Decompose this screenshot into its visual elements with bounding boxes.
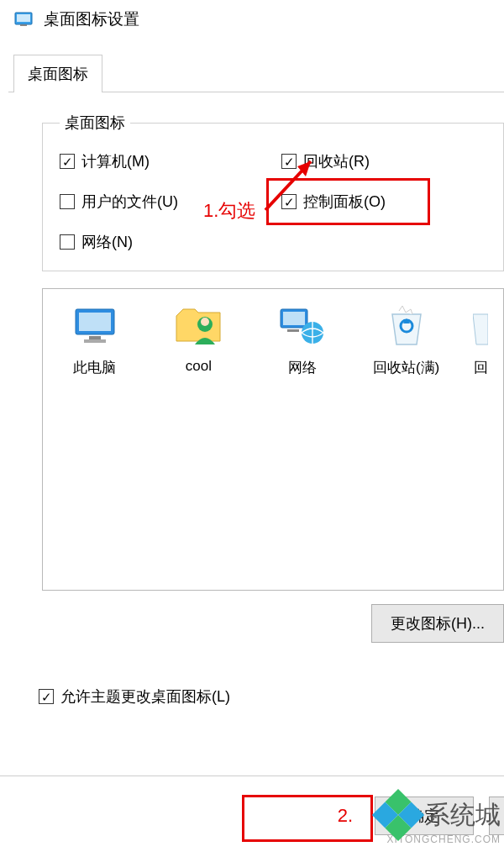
annotation-highlight-box-ok [242,795,373,842]
network-icon [260,302,344,350]
computer-icon [53,302,137,350]
svg-rect-7 [89,336,101,339]
icon-item-partial[interactable]: 回 [468,302,493,377]
checkbox-icon [60,234,75,250]
icon-label: 回 [468,358,493,377]
dialog-button-bar: 2. 确定 取消 [0,776,504,857]
user-folder-icon [156,302,240,350]
recycle-bin-full-icon [365,302,449,350]
checkbox-icon [39,689,54,704]
icon-preview-box: 此电脑 cool [42,288,504,591]
checkbox-label: 计算机(M) [81,151,150,171]
icon-label: 此电脑 [53,358,137,377]
cancel-button[interactable]: 取消 [489,797,504,835]
checkbox-label: 允许主题更改桌面图标(L) [60,686,230,707]
checkbox-icon [60,194,75,209]
checkbox-control-panel[interactable]: 控制面板(O) [281,192,503,212]
icon-label: 回收站(满) [365,358,449,377]
checkbox-label: 用户的文件(U) [81,192,178,212]
tab-desktop-icons[interactable]: 桌面图标 [13,55,102,92]
checkbox-label: 回收站(R) [303,151,370,171]
group-legend: 桌面图标 [60,113,130,133]
annotation-step1: 1.勾选 [203,198,255,223]
window-title: 桌面图标设置 [44,8,139,30]
checkbox-label: 网络(N) [81,232,133,252]
checkbox-allow-theme[interactable]: 允许主题更改桌面图标(L) [39,686,504,707]
desktop-icons-group: 桌面图标 计算机(M) 回收站(R) 用户的文件(U) [42,113,504,271]
svg-rect-1 [17,14,30,22]
svg-rect-6 [79,313,111,331]
checkbox-icon [60,154,75,169]
checkbox-icon [281,154,297,169]
checkbox-icon [281,194,297,209]
title-bar: 桌面图标设置 [0,0,504,39]
svg-rect-8 [84,339,106,343]
svg-rect-2 [20,24,27,26]
icon-item-this-pc[interactable]: 此电脑 [53,302,137,377]
icon-item-user[interactable]: cool [156,302,240,375]
svg-rect-12 [283,312,305,325]
icon-item-network[interactable]: 网络 [260,302,344,377]
checkbox-label: 控制面板(O) [303,192,386,212]
checkbox-recycle-bin[interactable]: 回收站(R) [281,151,503,171]
tab-panel: 桌面图标 计算机(M) 回收站(R) 用户的文件(U) [8,92,504,707]
icon-label: cool [156,358,240,375]
annotation-step2: 2. [338,805,353,827]
checkbox-network[interactable]: 网络(N) [60,232,281,252]
svg-rect-14 [287,329,299,332]
change-icon-button[interactable]: 更改图标(H)... [371,604,504,643]
icon-label: 网络 [260,358,344,377]
icon-item-recycle-full[interactable]: 回收站(满) [365,302,449,377]
recycle-bin-icon [468,302,493,350]
ok-button[interactable]: 确定 [375,797,474,835]
svg-point-10 [201,318,209,326]
settings-icon [13,9,34,29]
checkbox-computer[interactable]: 计算机(M) [60,151,281,171]
